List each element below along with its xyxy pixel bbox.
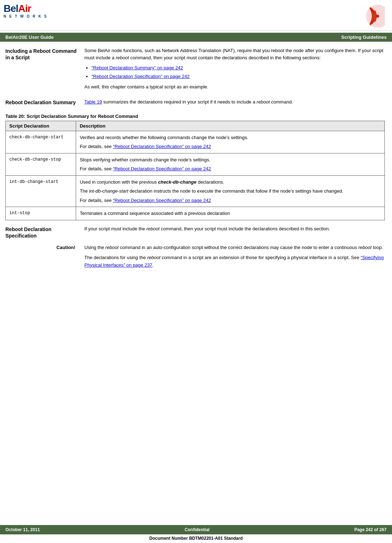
caution-line1: Using the reboot command in an auto-conf…: [84, 244, 385, 251]
caution-line2: The declarations for using the reboot co…: [84, 254, 385, 268]
reboot-italic-1: reboot: [116, 55, 129, 60]
list-item-2: “Reboot Declaration Specification” on pa…: [92, 73, 385, 80]
footer-confidential: Confidential: [185, 527, 209, 532]
summary-text-end: command.: [270, 99, 293, 105]
section-caution: Caution! Using the reboot command in an …: [5, 244, 385, 271]
col-description: Description: [76, 121, 385, 131]
logo-air: Air: [18, 3, 31, 14]
title-bar: BelAir20E User Guide Scripting Guideline…: [0, 33, 392, 42]
header: BelAir N E T W O R K S: [0, 0, 392, 31]
section-summary-content: Table 19 summarizes the declarations req…: [84, 98, 385, 109]
footer-doc-number: Document Number BDTM02201-A01 Standard: [0, 534, 392, 543]
check-db-italic: check-db-change: [158, 179, 196, 185]
list-item-1: “Reboot Declaration Summary” on page 242: [92, 64, 385, 72]
link-reboot-spec-4[interactable]: “Reboot Declaration Specification” on pa…: [113, 198, 211, 203]
desc-main-4: Terminates a command sequence associated…: [80, 210, 381, 217]
header-icon: [353, 4, 385, 29]
main-content: Including a Reboot Command in a Script S…: [0, 42, 392, 277]
caution-label: Caution!: [5, 244, 84, 271]
link-reboot-spec-3[interactable]: “Reboot Declaration Specification” on pa…: [113, 166, 211, 171]
table-row: int-stop Terminates a command sequence a…: [6, 207, 385, 220]
summary-text-middle: summarizes the declarations required in …: [102, 99, 257, 105]
logo-bel: Bel: [4, 3, 18, 14]
code-check-db-start: check-db-change-start: [6, 131, 76, 153]
desc-int-stop: Terminates a command sequence associated…: [76, 207, 385, 220]
table-row: check-db-change-start Verifies and recor…: [6, 131, 385, 153]
reboot-italic-6: reboot: [147, 255, 160, 260]
belair-logo: BelAir: [4, 4, 48, 14]
reboot-italic-3: reboot: [146, 226, 160, 231]
svg-point-2: [376, 15, 379, 18]
footer-bar: October 11, 2011 Confidential Page 242 o…: [0, 525, 392, 534]
desc-main-2: Stops verifying whether commands change …: [80, 156, 381, 164]
code-check-db-stop: check-db-change-stop: [6, 153, 76, 175]
link-specifying-physical[interactable]: “Specifying Physical Interfaces” on page…: [84, 255, 384, 267]
link-reboot-spec-1[interactable]: “Reboot Declaration Specification” on pa…: [92, 74, 190, 79]
antenna-icon: [353, 4, 385, 29]
reboot-italic-4: reboot: [106, 245, 119, 250]
desc-main-3: Used in conjunction with the previous ch…: [80, 179, 381, 186]
title-right: Scripting Guidelines: [341, 34, 387, 40]
section-including-label: Including a Reboot Command in a Script: [5, 47, 84, 93]
col-script-declaration: Script Declaration: [6, 121, 76, 131]
table-row: int-db-change-start Used in conjunction …: [6, 175, 385, 207]
link-reboot-spec-2[interactable]: “Reboot Declaration Specification” on pa…: [113, 144, 211, 149]
footer-date: October 11, 2011: [5, 527, 40, 532]
table-row: check-db-change-stop Stops verifying whe…: [6, 153, 385, 175]
int-db-italic: int-db-change-start: [89, 188, 128, 194]
link-reboot-summary-1[interactable]: “Reboot Declaration Summary” on page 242: [92, 65, 183, 70]
table-header-row: Script Declaration Description: [6, 121, 385, 131]
table-19-link[interactable]: Table 19: [84, 99, 102, 105]
table-title: Table 20: Script Declaration Summary for…: [5, 114, 385, 119]
section-reboot-summary: Reboot Declaration Summary Table 19 summ…: [5, 98, 385, 109]
desc-line2-3: The int-db-change-start declaration inst…: [80, 188, 381, 195]
summary-text: Table 19 summarizes the declarations req…: [84, 98, 385, 106]
check-db-bold-italic: check-db-change: [158, 179, 196, 185]
logo-area: BelAir N E T W O R K S: [4, 4, 48, 18]
title-left: BelAir20E User Guide: [5, 34, 53, 40]
section-summary-label: Reboot Declaration Summary: [5, 98, 84, 109]
logo-networks: N E T W O R K S: [4, 14, 48, 18]
including-list: “Reboot Declaration Summary” on page 242…: [92, 64, 385, 80]
section-spec-content: If your script must include the reboot c…: [84, 225, 385, 239]
caution-content: Using the reboot command in an auto-conf…: [84, 244, 385, 271]
desc-link-3: For details, see “Reboot Declaration Spe…: [80, 197, 381, 204]
reboot-italic-2: reboot: [257, 99, 270, 105]
footer: October 11, 2011 Confidential Page 242 o…: [0, 525, 392, 543]
desc-check-db-start: Verifies and records whether the followi…: [76, 131, 385, 153]
code-int-db-start: int-db-change-start: [6, 175, 76, 207]
desc-int-db-start: Used in conjunction with the previous ch…: [76, 175, 385, 207]
declarations-table: Script Declaration Description check-db-…: [5, 121, 385, 220]
desc-check-db-stop: Stops verifying whether commands change …: [76, 153, 385, 175]
section-specification: Reboot Declaration Specification If your…: [5, 225, 385, 239]
reboot-italic-5: reboot: [358, 245, 372, 250]
code-int-stop: int-stop: [6, 207, 76, 220]
section-including-content: Some BelAir node functions, such as Netw…: [84, 47, 385, 93]
section-spec-label: Reboot Declaration Specification: [5, 225, 84, 239]
footer-page: Page 242 of 267: [354, 527, 387, 532]
including-intro: Some BelAir node functions, such as Netw…: [84, 47, 385, 61]
including-conclusion: As well, this chapter contains a typical…: [84, 83, 385, 91]
desc-link-2: For details, see “Reboot Declaration Spe…: [80, 165, 381, 172]
desc-main-1: Verifies and records whether the followi…: [80, 134, 381, 141]
section-including: Including a Reboot Command in a Script S…: [5, 47, 385, 93]
desc-link-1: For details, see “Reboot Declaration Spe…: [80, 143, 381, 150]
spec-text: If your script must include the reboot c…: [84, 225, 385, 233]
